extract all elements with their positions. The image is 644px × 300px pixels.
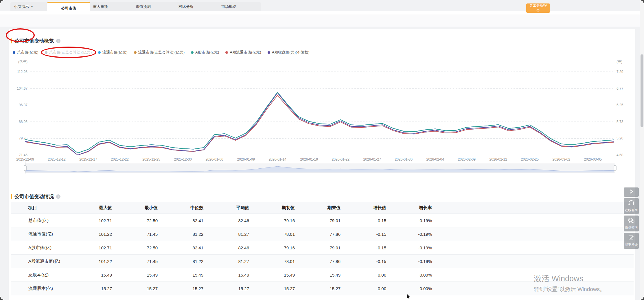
- table-cell: 71.45: [113, 232, 159, 237]
- table-cell: 79.16: [250, 218, 296, 223]
- legend-item[interactable]: A股市值(亿元): [191, 50, 219, 55]
- left-axis-tick: 104.67: [8, 86, 27, 91]
- windows-activation-watermark: 激活 Windows 转到“设置”以激活 Windows。: [534, 273, 605, 293]
- table-row: 总市值(亿)102.7172.5082.4182.4679.1679.01-0.…: [11, 214, 634, 227]
- legend-item[interactable]: 总市值(亿元): [13, 50, 38, 55]
- overview-section-title: 公司市值变动概览 i: [11, 38, 60, 44]
- left-axis-tick: 71.45: [8, 153, 27, 157]
- float-button-wechat[interactable]: 微信咨询: [624, 216, 639, 231]
- window-corner: [0, 296, 4, 300]
- tab-active[interactable]: 公司市值: [47, 2, 90, 14]
- table-cell: 102.71: [67, 245, 113, 250]
- table-cell: 15.49: [113, 273, 159, 277]
- tab-对比分析[interactable]: 对比分析: [165, 2, 207, 11]
- info-icon[interactable]: i: [56, 194, 60, 199]
- right-axis-tick: 7.29: [617, 70, 634, 74]
- x-axis-tick: 2026-01-09: [237, 157, 255, 161]
- x-axis-tick: 2025-12-25: [142, 157, 160, 161]
- table-cell: 71.45: [113, 259, 159, 264]
- right-axis-unit: (元): [617, 60, 634, 65]
- legend-dot-icon: [134, 51, 137, 54]
- detail-section-title: 公司市值变动情况 i: [11, 193, 60, 200]
- right-axis-tick: 5.20: [617, 136, 634, 140]
- table-cell: 15.49: [67, 273, 113, 277]
- legend-label: 总市值(亿元): [17, 50, 38, 55]
- table-row-label: 流通股本(亿): [11, 286, 67, 291]
- table-cell: -0.15: [342, 232, 387, 237]
- table-header-cell: 增长率: [387, 205, 433, 211]
- info-icon[interactable]: i: [56, 39, 60, 43]
- table-cell: 15.27: [113, 286, 159, 291]
- tab-市值预测[interactable]: 市值预测: [122, 2, 165, 11]
- headset-icon: [628, 200, 634, 207]
- table-cell: 101.22: [67, 259, 113, 264]
- collapse-panel-button[interactable]: [624, 187, 639, 197]
- legend-item[interactable]: 流通市值(证监会算法)(亿元): [134, 50, 185, 55]
- table-cell: 15.49: [296, 273, 342, 277]
- scrollbar-thumb[interactable]: [641, 54, 643, 127]
- float-button-label: 在线咨询: [625, 208, 638, 212]
- right-axis-tick: 5.73: [617, 120, 634, 124]
- chevron-down-icon: ▼: [31, 5, 33, 8]
- app-window: 小安演示 ▼ 重大事项市值预测对比分析市场概览 公司市值 导出分析报告 时间范围…: [0, 0, 644, 300]
- legend-label: A股市值(亿元): [195, 50, 219, 55]
- table-cell: 102.71: [67, 218, 113, 223]
- legend-item[interactable]: 总市值(证监会算法)(亿元): [45, 50, 92, 55]
- legend-item[interactable]: A股收盘价(元)(不复权): [268, 50, 310, 55]
- x-axis-tick: 2026-01-06: [205, 157, 223, 161]
- table-cell: 15.49: [159, 273, 205, 277]
- export-report-button[interactable]: 导出分析报告: [526, 3, 550, 13]
- company-selector-dropdown[interactable]: 小安演示 ▼: [10, 4, 41, 9]
- x-axis-tick: 2026-01-27: [363, 157, 381, 161]
- table-cell: 82.46: [205, 245, 250, 250]
- table-cell: 15.49: [205, 273, 250, 277]
- table-header-cell: 项目: [11, 205, 67, 211]
- legend-item[interactable]: 流通市值(亿元): [98, 50, 128, 55]
- x-axis-tick: 2026-02-25: [521, 157, 539, 161]
- table-cell: -0.19%: [387, 218, 433, 223]
- table-cell: 78.01: [250, 259, 296, 264]
- table-cell: 0.00%: [387, 273, 433, 277]
- legend-label: 流通市值(证监会算法)(亿元): [138, 50, 185, 55]
- left-axis-tick: 88.06: [8, 120, 27, 124]
- x-axis-tick: 2026-02-04: [426, 157, 444, 161]
- table-header-cell: 期末值: [296, 205, 342, 211]
- tab-市场概览[interactable]: 市场概览: [207, 2, 250, 11]
- x-axis-tick: 2025-12-30: [174, 157, 192, 161]
- top-tab-bar: 小安演示 ▼ 重大事项市值预测对比分析市场概览 公司市值: [10, 2, 261, 11]
- table-cell: 0.00: [342, 286, 387, 291]
- table-cell: 81.27: [205, 232, 250, 237]
- table-cell: 0.00: [342, 273, 387, 277]
- right-axis-tick: 6.25: [617, 103, 634, 107]
- table-cell: 15.27: [296, 286, 342, 291]
- floating-action-stack: 在线咨询微信咨询我要反馈: [624, 187, 639, 249]
- float-button-headset[interactable]: 在线咨询: [624, 198, 639, 214]
- table-header-cell: 最小值: [113, 205, 159, 211]
- annotation-ellipse-legend: [41, 47, 96, 58]
- table-header-cell: 最大值: [67, 205, 113, 211]
- legend-dot-icon: [191, 51, 194, 54]
- table-cell: 15.27: [250, 286, 296, 291]
- table-cell: 15.27: [159, 286, 205, 291]
- float-button-label: 我要反馈: [625, 243, 638, 247]
- x-axis-tick: 2025-12-17: [79, 157, 97, 161]
- table-cell: 81.27: [205, 259, 250, 264]
- table-row-label: A股市值(亿): [11, 245, 67, 251]
- company-selector-label: 小安演示: [14, 4, 29, 9]
- table-cell: 82.41: [159, 245, 205, 250]
- table-cell: 79.16: [250, 245, 296, 250]
- right-axis-tick: 6.77: [617, 86, 634, 91]
- legend-dot-icon: [268, 51, 270, 54]
- float-button-feedback[interactable]: 我要反馈: [624, 233, 639, 249]
- table-cell: -0.15: [342, 218, 387, 223]
- legend-dot-icon: [98, 51, 101, 54]
- window-corner: [640, 296, 644, 300]
- window-corner: [0, 0, 4, 4]
- vertical-scrollbar[interactable]: [640, 0, 644, 300]
- table-cell: 72.50: [113, 218, 159, 223]
- watermark-line1: 激活 Windows: [534, 273, 605, 284]
- table-cell: 79.01: [296, 218, 342, 223]
- right-axis-tick: 4.68: [617, 153, 634, 157]
- table-row: A股股本(亿)15.4915.4915.4915.4915.4915.490.0…: [11, 295, 634, 300]
- legend-item[interactable]: A股流通市值(亿元): [225, 50, 261, 55]
